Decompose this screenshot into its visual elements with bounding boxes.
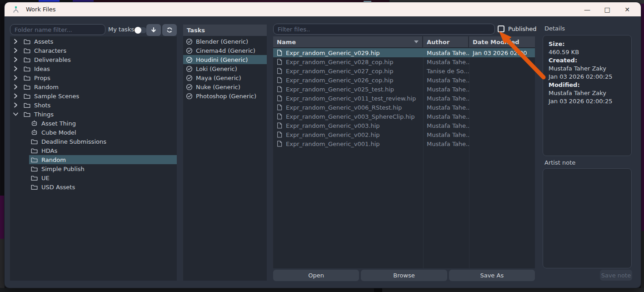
tree-item[interactable]: Asset Thing [10,119,177,128]
tree-item[interactable]: USD Assets [10,182,177,191]
tree-item[interactable]: Ideas [10,64,177,73]
task-item-label: Photoshop (Generic) [196,93,256,100]
tree-item[interactable]: Deadline Submissions [10,137,177,146]
task-item[interactable]: Cinema4d (Generic) [183,46,267,55]
file-row[interactable]: Expr_random_Generic_v029.hip Mustafa Tah… [273,48,535,57]
close-button[interactable]: ✕ [617,3,637,16]
task-item[interactable]: Maya (Generic) [183,73,267,82]
tree-item[interactable]: Sample Scenes [10,91,177,101]
tree-item-label: Simple Publish [41,166,85,172]
tree-item-label: Things [34,111,54,118]
chevron-icon[interactable] [14,75,20,81]
desktop-background [0,4,5,288]
tree-item-label: Random [41,156,66,163]
task-item[interactable]: Nuke (Generic) [183,82,267,91]
file-row[interactable]: Expr_random_Generic_v026_cop.hip Mustafa… [273,76,535,85]
tree-item[interactable]: Props [10,73,177,82]
open-button[interactable]: Open [273,270,359,281]
column-header-name-label: Name [277,39,296,45]
chevron-icon[interactable] [14,66,20,71]
published-checkbox[interactable] [498,25,504,32]
file-filter-input[interactable] [273,24,495,35]
save-note-button[interactable]: Save note [600,270,632,281]
tree-item[interactable]: Cube Model [10,128,177,137]
folder-icon [31,184,38,190]
tree-item[interactable]: Things [10,110,177,119]
tree-item[interactable]: Random [10,82,177,91]
tree-item[interactable]: Deliverables [10,55,177,64]
tree-item[interactable]: Random [10,155,177,164]
file-row[interactable]: Expr_random_Generic_v027_cop.hip Tanise … [273,66,535,76]
file-row[interactable]: Expr_random_Generic_v002.hip Mustafa Tah… [273,130,535,139]
file-action-buttons: Open Browse Save As [273,270,535,281]
tree-item-label: Props [34,75,50,81]
task-item[interactable]: Photoshop (Generic) [183,91,267,101]
file-row[interactable]: Expr_random_Generic_v003_SphereClip.hip … [273,112,535,121]
chevron-icon[interactable] [14,102,20,108]
column-header-date-label: Date Modified [473,39,519,45]
file-list: Expr_random_Generic_v029.hip Mustafa Tah… [273,47,535,268]
file-row[interactable]: Expr_random_Generic_v025_test.hip Mustaf… [273,85,535,94]
maximize-button[interactable]: □ [597,3,617,16]
save-as-button[interactable]: Save As [449,270,535,281]
tree-item-label: HDAs [41,147,57,154]
file-table: Name Author Date Modified [273,36,535,268]
folder-icon [24,102,30,108]
tree-item[interactable]: UE [10,173,177,182]
file-name-cell: Expr_random_Generic_v011_test_review.hip [273,94,423,103]
chevron-icon[interactable] [14,111,20,117]
details-box: Size: 460.59 KB Created: Mustafa Taher Z… [543,35,632,156]
chevron-icon[interactable] [14,48,20,53]
titlebar[interactable]: Work Files — □ ✕ [5,2,641,16]
tree-item[interactable]: HDAs [10,146,177,155]
taskbar [0,288,644,292]
column-header-date-modified[interactable]: Date Modified [469,36,535,47]
chevron-icon[interactable] [14,93,20,99]
file-row[interactable]: Expr_random_Generic_v006_RStest.hip Must… [273,103,535,112]
chevron-icon[interactable] [14,57,20,62]
tree-item-label: Ideas [34,65,50,72]
browse-button[interactable]: Browse [361,270,447,281]
task-item[interactable]: Houdini (Generic) [183,55,267,64]
file-date-cell [469,139,535,148]
folder-filter-input[interactable] [10,24,105,35]
folder-icon [31,175,38,181]
file-table-header: Name Author Date Modified [273,36,535,47]
file-date-cell [469,121,535,130]
task-check-icon [186,47,193,54]
my-tasks-label: My tasks [108,24,134,35]
refresh-button[interactable] [162,24,177,36]
sort-descending-icon [414,40,419,43]
chevron-icon[interactable] [14,39,20,44]
column-header-author[interactable]: Author [423,36,469,47]
asset-icon [31,129,38,136]
task-check-icon [186,56,193,63]
artist-note-input[interactable] [543,169,631,268]
tree-item[interactable]: Simple Publish [10,164,177,173]
tree-item-label: Assets [34,38,53,45]
file-name: Expr_random_Generic_v011_test_review.hip [286,95,416,102]
file-name-cell: Expr_random_Generic_v002.hip [273,130,423,139]
tree-item-label: UE [41,175,50,181]
file-row[interactable]: Expr_random_Generic_v011_test_review.hip… [273,94,535,103]
file-row[interactable]: Expr_random_Generic_v003.hip Mustafa Tah… [273,121,535,130]
folder-icon [24,38,30,45]
file-row[interactable]: Expr_random_Generic_v028_cop.hip Mustafa… [273,57,535,66]
file-author-cell: Mustafa Tahe... [423,130,469,139]
minimize-button[interactable]: — [577,3,597,16]
created-label: Created: [549,57,577,64]
tree-item[interactable]: Shots [10,101,177,110]
tree-item[interactable]: Characters [10,46,177,55]
tree-item[interactable]: Assets [10,37,177,46]
column-header-name[interactable]: Name [273,36,423,47]
file-name: Expr_random_Generic_v002.hip [286,131,380,138]
folder-icon [24,65,30,72]
my-tasks-toggle[interactable] [135,27,147,33]
expand-down-button[interactable] [146,24,161,36]
task-item[interactable]: Loki (Generic) [183,64,267,73]
file-icon [277,86,283,92]
file-date-cell [469,94,535,103]
chevron-icon[interactable] [14,84,20,90]
file-row[interactable]: Expr_random_Generic_v001.hip Mustafa Tah… [273,139,535,148]
task-item[interactable]: Blender (Generic) [183,37,267,46]
